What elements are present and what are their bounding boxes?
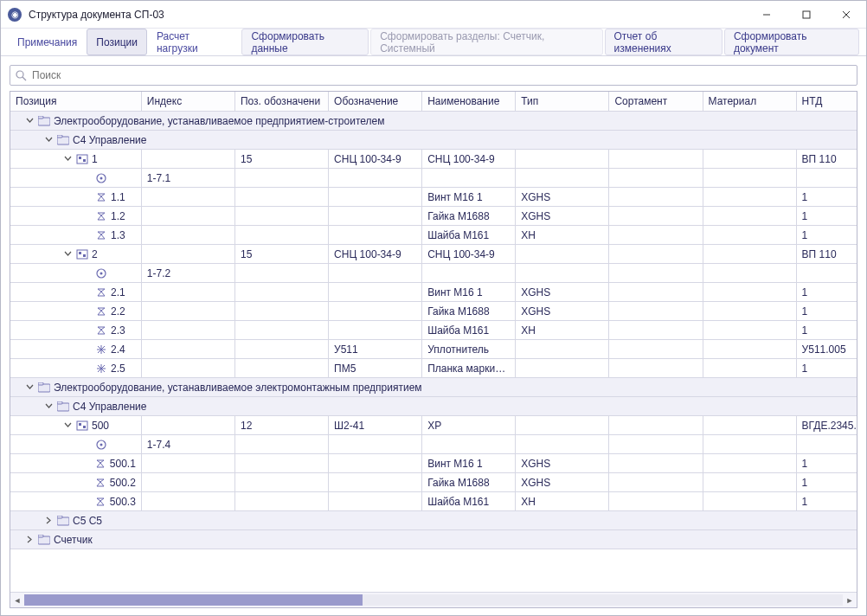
- header-row: Позиция Индекс Поз. обозначени Обозначен…: [10, 92, 857, 112]
- chevron-down-icon[interactable]: [24, 116, 35, 126]
- group-row[interactable]: Электрооборудование, устанавливаемое эле…: [10, 378, 857, 397]
- search-input[interactable]: [30, 68, 851, 82]
- content-area: Позиция Индекс Поз. обозначени Обозначен…: [1, 56, 866, 615]
- col-position[interactable]: Позиция: [10, 92, 141, 112]
- cell-sort: [609, 302, 703, 321]
- svg-rect-17: [83, 254, 86, 257]
- cell-ntd: 1: [796, 454, 857, 473]
- chevron-down-icon[interactable]: [62, 154, 73, 164]
- cell-sort: [609, 454, 703, 473]
- cell-sort: [609, 207, 703, 226]
- col-type[interactable]: Тип: [516, 92, 609, 112]
- svg-rect-16: [79, 252, 81, 254]
- table-row[interactable]: 500.1Винт М16 1XGHS1: [10, 454, 857, 473]
- group-label: С5 С5: [73, 515, 102, 527]
- cell-material: [703, 150, 796, 169]
- table-row[interactable]: 500.3Шайба М161XH1: [10, 492, 857, 511]
- folder-icon: [57, 515, 69, 527]
- cell-type: XGHS: [516, 188, 609, 207]
- grid-scroll[interactable]: Позиция Индекс Поз. обозначени Обозначен…: [10, 92, 857, 592]
- cell-index: [141, 416, 234, 435]
- chevron-down-icon[interactable]: [62, 420, 73, 431]
- minimize-button[interactable]: [747, 1, 787, 28]
- form-sections-button[interactable]: Сформировать разделы: Счетчик, Системный: [370, 29, 602, 55]
- table-row[interactable]: 2.3Шайба М161XH1: [10, 321, 857, 340]
- table-row[interactable]: 1.1Винт М16 1XGHS1: [10, 188, 857, 207]
- form-document-button[interactable]: Сформировать документ: [724, 29, 859, 55]
- col-index[interactable]: Индекс: [141, 92, 234, 112]
- change-report-button[interactable]: Отчет об изменениях: [605, 29, 722, 55]
- table-row[interactable]: 2.4У511УплотнительУ511.005: [10, 340, 857, 359]
- chevron-right-icon[interactable]: [24, 535, 35, 545]
- group-row[interactable]: Счетчик: [10, 530, 857, 549]
- table-row[interactable]: 500.2Гайка М1688XGHS1: [10, 473, 857, 492]
- group-row[interactable]: С5 С5: [10, 511, 857, 530]
- table-row[interactable]: 1-7.4: [10, 435, 857, 454]
- cell-material: [703, 416, 796, 435]
- tab-load-calc[interactable]: Расчет нагрузки: [147, 29, 240, 55]
- chevron-down-icon[interactable]: [62, 249, 73, 260]
- cell-index: [141, 302, 234, 321]
- svg-rect-11: [79, 157, 81, 159]
- cell-name: [422, 435, 516, 454]
- tab-notes[interactable]: Примечания: [8, 29, 87, 55]
- table-row[interactable]: 215СНЦ 100-34-9СНЦ 100-34-9ВП 110: [10, 245, 857, 264]
- horizontal-scrollbar[interactable]: ◄ ►: [10, 592, 857, 607]
- svg-point-36: [100, 443, 103, 446]
- table-row[interactable]: 115СНЦ 100-34-9СНЦ 100-34-9ВП 110: [10, 150, 857, 169]
- col-ntd[interactable]: НТД: [796, 92, 857, 112]
- cell-type: [516, 340, 609, 359]
- search-box[interactable]: [10, 65, 857, 86]
- close-button[interactable]: [826, 1, 866, 28]
- cell-index: [141, 245, 234, 264]
- chevron-right-icon[interactable]: [43, 516, 54, 526]
- cell-type: XGHS: [516, 473, 609, 492]
- cell-type: [516, 245, 609, 264]
- cell-name: Планка марки…: [422, 359, 516, 378]
- col-designation[interactable]: Обозначение: [329, 92, 422, 112]
- std-icon: [95, 229, 107, 241]
- group-row[interactable]: Электрооборудование, устанавливаемое пре…: [10, 112, 857, 131]
- form-data-button[interactable]: Сформировать данные: [241, 29, 369, 55]
- table-row[interactable]: 1-7.2: [10, 264, 857, 283]
- tab-positions[interactable]: Позиции: [87, 29, 147, 55]
- cell-index: [141, 207, 234, 226]
- cell-sort: [609, 416, 703, 435]
- table-row[interactable]: 2.5ПМ5Планка марки…1: [10, 359, 857, 378]
- cell-ntd: ВГДЕ.2345.897 ТУ: [796, 416, 857, 435]
- col-material[interactable]: Материал: [703, 92, 796, 112]
- scroll-left-arrow[interactable]: ◄: [10, 593, 24, 607]
- col-sort[interactable]: Сортамент: [609, 92, 703, 112]
- table-row[interactable]: 2.2Гайка М1688XGHS1: [10, 302, 857, 321]
- window-buttons: [747, 1, 866, 28]
- asm-icon: [76, 420, 88, 432]
- svg-point-19: [100, 272, 103, 274]
- cell-material: [703, 264, 796, 283]
- cell-ntd: 1: [796, 321, 857, 340]
- scroll-right-arrow[interactable]: ►: [843, 593, 857, 607]
- cell-type: [516, 264, 609, 283]
- cell-posdesig: [234, 283, 328, 302]
- cell-designation: СНЦ 100-34-9: [329, 245, 422, 264]
- cell-posdesig: [234, 340, 328, 359]
- chevron-down-icon[interactable]: [24, 382, 35, 393]
- col-name[interactable]: Наименование: [422, 92, 516, 112]
- chevron-down-icon[interactable]: [43, 135, 54, 145]
- cell-material: [703, 492, 796, 511]
- cell-sort: [609, 492, 703, 511]
- table-row[interactable]: 2.1Винт М16 1XGHS1: [10, 283, 857, 302]
- table-row[interactable]: 1.3Шайба М161XH1: [10, 226, 857, 245]
- titlebar: ◉ Структура документа СП-03: [1, 1, 866, 29]
- group-row[interactable]: С4 Управление: [10, 131, 857, 150]
- scroll-thumb[interactable]: [24, 594, 363, 606]
- chevron-down-icon[interactable]: [43, 401, 54, 412]
- folder-icon: [38, 534, 50, 546]
- group-row[interactable]: С4 Управление: [10, 397, 857, 416]
- table-row[interactable]: 1-7.1: [10, 169, 857, 188]
- svg-rect-7: [38, 116, 43, 119]
- table-row[interactable]: 1.2Гайка М1688XGHS1: [10, 207, 857, 226]
- table-row[interactable]: 50012Ш2-41XPВГДЕ.2345.897 ТУ: [10, 416, 857, 435]
- col-pos-designation[interactable]: Поз. обозначени: [234, 92, 328, 112]
- maximize-button[interactable]: [787, 1, 826, 28]
- cell-type: [516, 435, 609, 454]
